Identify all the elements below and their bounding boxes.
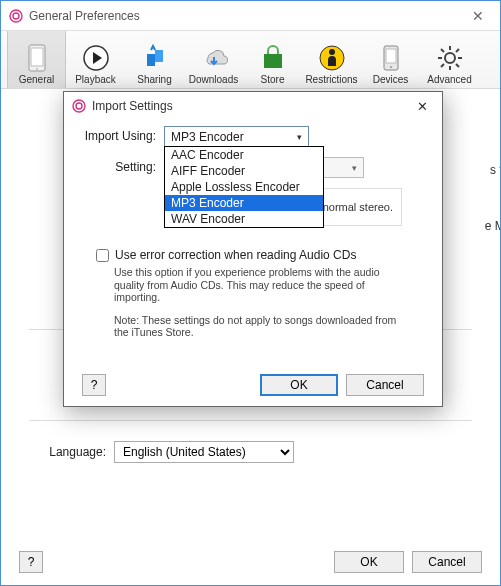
preferences-toolbar: General Playback Sharing Downloads Store…: [1, 31, 500, 89]
gear-icon: [436, 44, 464, 72]
encoder-option[interactable]: AAC Encoder: [165, 147, 323, 163]
chevron-down-icon: ▾: [297, 132, 302, 142]
svg-point-0: [10, 10, 22, 22]
encoder-dropdown-list: AAC Encoder AIFF Encoder Apple Lossless …: [164, 146, 324, 228]
ok-button[interactable]: OK: [334, 551, 404, 573]
window-footer: ? OK Cancel: [1, 551, 500, 573]
app-icon: [9, 9, 23, 23]
svg-rect-3: [31, 48, 43, 66]
toolbar-restrictions[interactable]: Restrictions: [302, 31, 361, 88]
svg-point-11: [445, 53, 455, 63]
toolbar-general[interactable]: General: [7, 31, 66, 88]
help-text: Use this option if you experience proble…: [114, 266, 404, 304]
devices-icon: [377, 44, 405, 72]
svg-rect-9: [386, 49, 396, 63]
encoder-option[interactable]: WAV Encoder: [165, 211, 323, 227]
divider: [29, 420, 472, 421]
dialog-titlebar: Import Settings ✕: [64, 92, 442, 120]
dialog-cancel-button[interactable]: Cancel: [346, 374, 424, 396]
toolbar-devices[interactable]: Devices: [361, 31, 420, 88]
dialog-title: Import Settings: [92, 99, 411, 113]
window-title: General Preferences: [29, 9, 464, 23]
svg-point-1: [13, 13, 19, 19]
setting-label: Setting:: [84, 157, 164, 174]
svg-point-4: [36, 68, 38, 70]
dialog-close-button[interactable]: ✕: [411, 97, 434, 116]
toolbar-label: Downloads: [189, 74, 238, 85]
import-using-label: Import Using:: [84, 126, 164, 143]
toolbar-label: Devices: [373, 74, 409, 85]
help-button[interactable]: ?: [19, 551, 43, 573]
window-titlebar: General Preferences ✕: [1, 1, 500, 31]
svg-point-20: [73, 100, 85, 112]
play-icon: [82, 44, 110, 72]
app-icon: [72, 99, 86, 113]
store-icon: [259, 44, 287, 72]
svg-line-19: [456, 49, 459, 52]
cloud-download-icon: [200, 44, 228, 72]
sharing-icon: [141, 44, 169, 72]
partial-text: e Music: [485, 219, 501, 233]
toolbar-label: Playback: [75, 74, 116, 85]
toolbar-label: Advanced: [427, 74, 471, 85]
toolbar-advanced[interactable]: Advanced: [420, 31, 479, 88]
import-settings-dialog: Import Settings ✕ Import Using: MP3 Enco…: [63, 91, 443, 407]
note-text: Note: These settings do not apply to son…: [114, 314, 404, 339]
details-text: ), normal stereo.: [313, 201, 393, 213]
svg-point-21: [76, 103, 82, 109]
toolbar-downloads[interactable]: Downloads: [184, 31, 243, 88]
encoder-option[interactable]: AIFF Encoder: [165, 163, 323, 179]
dialog-body: Import Using: MP3 Encoder ▾ AAC Encoder …: [64, 120, 442, 349]
error-correction-checkbox[interactable]: [96, 249, 109, 262]
svg-point-7: [329, 49, 335, 55]
restrictions-icon: [318, 44, 346, 72]
device-icon: [23, 44, 51, 72]
import-using-combo[interactable]: MP3 Encoder ▾ AAC Encoder AIFF Encoder A…: [164, 126, 309, 147]
window-close-button[interactable]: ✕: [464, 4, 492, 28]
toolbar-label: Restrictions: [305, 74, 357, 85]
toolbar-store[interactable]: Store: [243, 31, 302, 88]
chevron-down-icon: ▾: [352, 163, 357, 173]
toolbar-label: Store: [261, 74, 285, 85]
dialog-footer: ? OK Cancel: [64, 374, 442, 396]
svg-line-18: [441, 64, 444, 67]
dialog-ok-button[interactable]: OK: [260, 374, 338, 396]
svg-line-16: [441, 49, 444, 52]
partial-text: s them: [490, 163, 501, 177]
encoder-option-selected[interactable]: MP3 Encoder: [165, 195, 323, 211]
error-correction-label: Use error correction when reading Audio …: [115, 248, 356, 262]
toolbar-sharing[interactable]: Sharing: [125, 31, 184, 88]
svg-point-10: [389, 66, 391, 68]
svg-line-17: [456, 64, 459, 67]
encoder-option[interactable]: Apple Lossless Encoder: [165, 179, 323, 195]
language-row: Language: English (United States): [29, 441, 472, 463]
language-label: Language:: [29, 445, 114, 459]
toolbar-label: Sharing: [137, 74, 171, 85]
toolbar-label: General: [19, 74, 55, 85]
toolbar-playback[interactable]: Playback: [66, 31, 125, 88]
dialog-help-button[interactable]: ?: [82, 374, 106, 396]
cancel-button[interactable]: Cancel: [412, 551, 482, 573]
language-select[interactable]: English (United States): [114, 441, 294, 463]
combo-value: MP3 Encoder: [171, 130, 244, 144]
